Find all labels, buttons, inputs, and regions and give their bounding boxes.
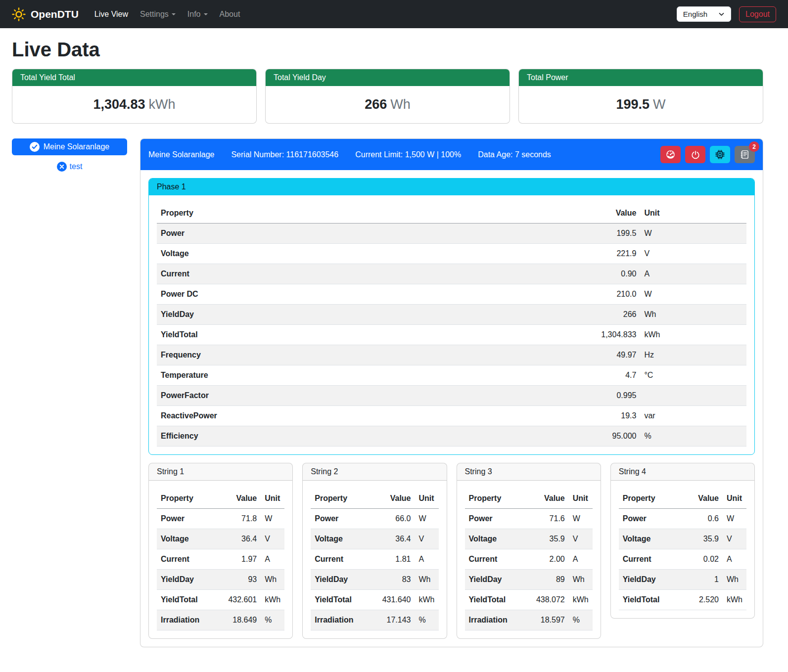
unit-cell: kWh [723, 590, 746, 610]
value-cell: 66.0 [369, 509, 415, 529]
unit-cell: kWh [569, 590, 593, 610]
nav-links: Live View Settings Info About [89, 6, 246, 23]
string-3-card: String 3 Property Value Unit [457, 463, 601, 639]
property-cell: Voltage [157, 529, 215, 549]
property-cell: Power [619, 509, 682, 529]
value-cell: 266 [446, 305, 641, 325]
nav-item-settings[interactable]: Settings [134, 6, 182, 23]
language-select[interactable]: English [677, 6, 731, 22]
phase-panel-body: Property Value Unit Power199.5WVoltage22… [149, 195, 754, 447]
inverter-name: Meine Solaranlage [148, 150, 214, 159]
value-cell: 0.6 [682, 509, 723, 529]
total-yield-total-card: Total Yield Total 1,304.83kWh [12, 69, 257, 124]
value-cell: 36.4 [215, 529, 261, 549]
stat-unit: Wh [390, 97, 411, 112]
property-cell: Efficiency [157, 426, 446, 447]
logout-button[interactable]: Logout [739, 6, 776, 22]
sidebar-item-test[interactable]: test [12, 162, 127, 172]
value-cell: 432.601 [215, 590, 261, 610]
nav-item-live-view[interactable]: Live View [89, 6, 134, 23]
table-row: Power66.0W [311, 509, 438, 529]
value-cell: 210.0 [446, 284, 641, 305]
string-data-table: Property Value Unit Power66.0WVoltage36.… [311, 489, 438, 630]
nav-item-about[interactable]: About [214, 6, 246, 23]
inverter-select-button[interactable]: Meine Solaranlage [12, 138, 127, 155]
table-row: Efficiency95.000% [157, 426, 746, 447]
nav-item-info[interactable]: Info [182, 6, 214, 23]
sidebar-item-label: test [70, 162, 83, 171]
string-card-title: String 4 [611, 463, 754, 481]
unit-cell: A [640, 264, 746, 284]
value-cell: 18.597 [523, 610, 568, 630]
value-cell: 83 [369, 570, 415, 590]
unit-cell: V [640, 244, 746, 264]
property-cell: Power [157, 509, 215, 529]
property-cell: Current [157, 549, 215, 570]
string-card-body: Property Value Unit Power0.6WVoltage35.9… [611, 481, 754, 610]
event-log-button[interactable]: 2 [735, 146, 755, 163]
value-cell: 35.9 [682, 529, 723, 549]
property-cell: YieldDay [311, 570, 369, 590]
unit-cell: Wh [415, 570, 439, 590]
stat-value: 199.5 [616, 97, 649, 112]
table-header-row: Property Value Unit [311, 489, 438, 509]
column-header-unit: Unit [261, 489, 284, 509]
brand-link[interactable]: OpenDTU [12, 7, 79, 21]
card-body: 266Wh [266, 86, 510, 123]
property-cell: PowerFactor [157, 386, 446, 406]
journal-text-icon [740, 150, 749, 159]
unit-cell: Wh [723, 570, 746, 590]
total-power-card: Total Power 199.5W [518, 69, 763, 124]
unit-cell: W [640, 284, 746, 305]
device-info-button[interactable] [710, 146, 730, 163]
total-yield-day-card: Total Yield Day 266Wh [265, 69, 510, 124]
unit-cell: % [569, 610, 593, 630]
property-cell: Voltage [619, 529, 682, 549]
table-row: Current0.90A [157, 264, 746, 284]
stat-unit: kWh [149, 97, 176, 112]
property-cell: YieldTotal [465, 590, 523, 610]
property-cell: YieldDay [465, 570, 523, 590]
inverter-select-label: Meine Solaranlage [44, 142, 109, 151]
unit-cell: kWh [261, 590, 284, 610]
unit-cell: Hz [640, 345, 746, 365]
page-title: Live Data [12, 38, 763, 61]
table-row: YieldTotal1,304.833kWh [157, 325, 746, 345]
phase-1-panel: Phase 1 Property Value Unit Power199.5WV… [148, 178, 755, 455]
column-header-unit: Unit [640, 203, 746, 224]
property-cell: Power DC [157, 284, 446, 305]
power-button[interactable] [685, 146, 705, 163]
limit-settings-button[interactable] [660, 146, 681, 163]
value-cell: 35.9 [523, 529, 568, 549]
string-card-title: String 3 [457, 463, 601, 481]
table-row: Current1.81A [311, 549, 438, 570]
property-cell: Irradiation [157, 610, 215, 630]
unit-cell [640, 386, 746, 406]
unit-cell: °C [640, 365, 746, 386]
table-row: Current2.00A [465, 549, 593, 570]
inverter-limit: Current Limit: 1,500 W | 100% [355, 150, 461, 159]
column-header-value: Value [523, 489, 568, 509]
property-cell: Temperature [157, 365, 446, 386]
table-header-row: Property Value Unit [157, 489, 284, 509]
unit-cell: W [415, 509, 439, 529]
table-row: YieldDay266Wh [157, 305, 746, 325]
card-body: 199.5W [519, 86, 763, 123]
table-row: Power DC210.0W [157, 284, 746, 305]
value-cell: 71.8 [215, 509, 261, 529]
phase-panel-title: Phase 1 [149, 179, 754, 195]
table-row: YieldDay93Wh [157, 570, 284, 590]
value-cell: 0.02 [682, 549, 723, 570]
value-cell: 49.97 [446, 345, 641, 365]
property-cell: YieldTotal [311, 590, 369, 610]
value-cell: 17.143 [369, 610, 415, 630]
value-cell: 2.520 [682, 590, 723, 610]
table-row: YieldTotal2.520kWh [619, 590, 746, 610]
unit-cell: var [640, 406, 746, 426]
card-title: Total Yield Day [266, 69, 510, 86]
string-1-card: String 1 Property Value Unit [148, 463, 293, 639]
caret-down-icon [204, 13, 208, 15]
unit-cell: % [640, 426, 746, 447]
column-header-unit: Unit [569, 489, 593, 509]
table-row: YieldTotal432.601kWh [157, 590, 284, 610]
